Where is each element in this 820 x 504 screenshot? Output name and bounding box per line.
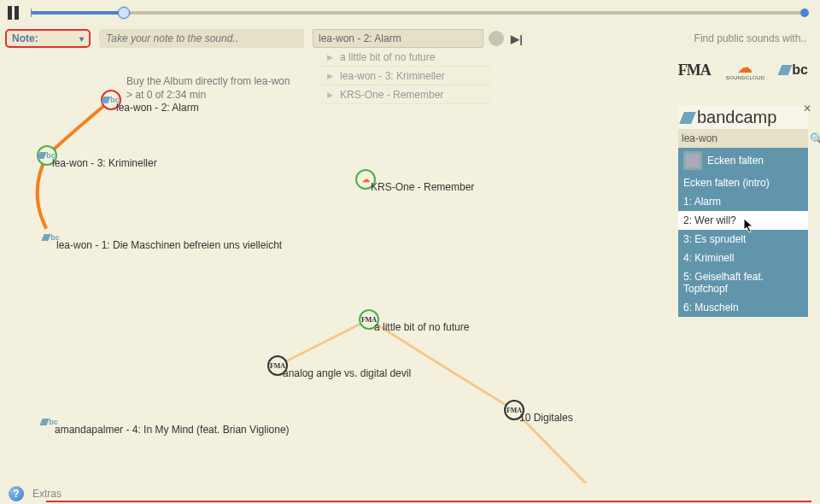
record-button[interactable]: [489, 31, 504, 46]
note-input[interactable]: [99, 29, 304, 48]
help-button[interactable]: ?: [9, 486, 24, 501]
graph-node-analog[interactable]: FMA analog angle vs. digital devil: [267, 355, 288, 376]
progress-knob[interactable]: [118, 7, 130, 19]
graph-node-no-future[interactable]: FMA a little bit of no future: [359, 309, 379, 330]
graph-node-krs-one[interactable]: ☁ KRS-One - Remember: [355, 169, 376, 190]
graph-node-krimineller[interactable]: bc lea-won - 3: Krimineller: [37, 145, 57, 166]
search-input[interactable]: [313, 29, 483, 48]
note-dropdown-label: Note:: [12, 32, 38, 44]
graph-node-maschinen[interactable]: bc lea-won - 1: Die Maschinen befreien u…: [41, 227, 62, 248]
find-public-link[interactable]: Find public sounds with..: [694, 32, 815, 44]
graph-node-alarm[interactable]: bc lea-won - 2: Alarm: [101, 90, 121, 110]
graph-edges: [0, 51, 820, 483]
progress-bar[interactable]: [31, 5, 805, 21]
footer-divider: [46, 501, 811, 502]
pause-button[interactable]: [5, 5, 20, 21]
chevron-down-icon: ▾: [79, 34, 84, 44]
note-dropdown[interactable]: Note: ▾: [5, 29, 91, 48]
album-tooltip: Buy the Album directly from lea-won > at…: [126, 75, 290, 102]
next-track-button[interactable]: ▶|: [509, 31, 524, 46]
extras-link[interactable]: Extras: [32, 488, 62, 500]
graph-node-digitales[interactable]: FMA 10 Digitales: [504, 400, 524, 420]
graph-node-amanda[interactable]: bc amandapalmer - 4: In My Mind (feat. B…: [39, 412, 60, 432]
